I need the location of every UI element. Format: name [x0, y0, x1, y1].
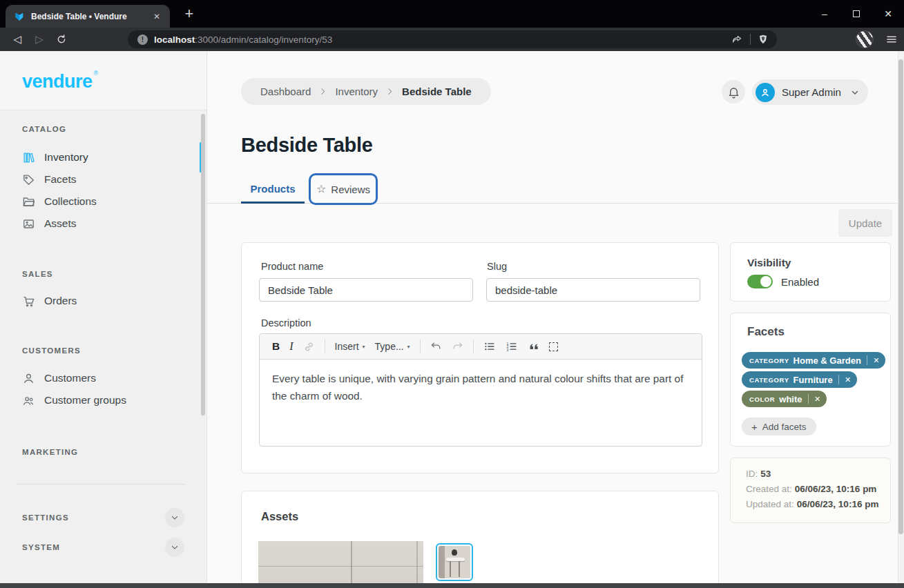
featured-asset-preview[interactable] — [258, 541, 423, 588]
share-icon[interactable] — [731, 34, 743, 46]
id-row: ID:53 — [746, 469, 878, 479]
page-scrollbar[interactable] — [898, 51, 904, 588]
enabled-toggle[interactable] — [747, 275, 773, 288]
vendure-logo: vendure® — [22, 71, 93, 92]
bullet-list-icon[interactable] — [483, 340, 496, 353]
remove-facet-icon[interactable]: ✕ — [870, 356, 883, 365]
undo-icon[interactable] — [430, 341, 442, 353]
italic-button[interactable]: I — [289, 340, 293, 353]
product-name-label: Product name — [261, 261, 323, 272]
asset-thumbnail-selected[interactable] — [436, 543, 473, 581]
section-customers: CUSTOMERS — [22, 346, 81, 355]
created-row: Created at:06/06/23, 10:16 pm — [746, 484, 878, 494]
toolbar-separator — [325, 340, 325, 353]
page-scrollbar-thumb[interactable] — [898, 59, 903, 534]
caret-icon: ▾ — [407, 344, 410, 350]
chevron-down-icon[interactable] — [165, 508, 184, 527]
browser-window: Bedside Table • Vendure ✕ + – ✕ ◁ ▷ ! lo… — [0, 0, 904, 588]
breadcrumb-current: Bedside Table — [402, 86, 472, 97]
visibility-card: Visibility Enabled — [730, 242, 891, 302]
toggle-knob — [760, 276, 771, 287]
sidebar-section-system[interactable]: SYSTEM — [0, 538, 206, 557]
main-content: Dashboard Inventory Bedside Table Super … — [207, 51, 904, 588]
chevron-down-icon[interactable] — [165, 538, 184, 557]
table-leg-detail — [459, 561, 460, 578]
raw-html-icon[interactable] — [549, 342, 558, 351]
browser-menu-icon[interactable] — [883, 31, 900, 48]
site-info-icon[interactable]: ! — [137, 35, 148, 45]
chevron-down-icon — [850, 88, 860, 97]
sidebar-item-assets[interactable]: Assets — [0, 213, 206, 234]
section-sales: SALES — [22, 270, 53, 278]
enabled-label: Enabled — [781, 276, 819, 288]
slug-input[interactable] — [486, 278, 700, 302]
brave-shield-icon[interactable] — [758, 34, 769, 45]
updated-row: Updated at:06/06/23, 10:16 pm — [746, 499, 878, 509]
people-icon — [22, 394, 35, 407]
sidebar-item-customer-groups[interactable]: Customer groups — [0, 390, 206, 411]
facet-chip-furniture: CATEGORY Furniture ✕ — [742, 371, 857, 388]
reload-button[interactable] — [51, 28, 72, 51]
link-icon[interactable] — [303, 341, 315, 353]
sidebar-item-label: Inventory — [44, 151, 88, 164]
type-dropdown[interactable]: Type...▾ — [375, 341, 410, 352]
browser-tab[interactable]: Bedside Table • Vendure ✕ — [6, 5, 170, 28]
sidebar-item-orders[interactable]: Orders — [0, 291, 206, 311]
image-icon — [22, 217, 35, 231]
remove-facet-icon[interactable]: ✕ — [811, 395, 824, 404]
assets-title: Assets — [261, 510, 298, 523]
vendure-admin-app: vendure® CATALOG Inventory Facets — [0, 51, 904, 588]
window-minimize-button[interactable]: – — [809, 0, 840, 28]
sidebar-item-collections[interactable]: Collections — [0, 191, 206, 212]
add-facets-button[interactable]: + Add facets — [742, 418, 816, 435]
sidebar-divider — [17, 484, 185, 484]
browser-tab-strip: Bedside Table • Vendure ✕ + – ✕ — [0, 0, 904, 28]
section-marketing: MARKETING — [22, 448, 78, 456]
tab-products[interactable]: Products — [241, 174, 305, 203]
bold-button[interactable]: B — [272, 340, 280, 353]
numbered-list-icon[interactable]: 123 — [506, 340, 518, 353]
breadcrumb[interactable]: Dashboard Inventory Bedside Table — [241, 78, 491, 105]
cart-icon — [22, 295, 35, 308]
sidebar-scrollbar[interactable] — [201, 114, 205, 415]
url-text: localhost:3000/admin/catalog/inventory/5… — [154, 35, 332, 45]
facet-chip-white: COLOR white ✕ — [742, 391, 827, 407]
sidebar-item-label: Orders — [44, 295, 77, 307]
description-text[interactable]: Every table is unique, with varying grai… — [260, 360, 702, 415]
editor-toolbar: B I Insert▾ Type...▾ — [260, 334, 702, 360]
user-menu[interactable]: Super Admin — [752, 79, 868, 105]
assets-card: Assets — [241, 491, 719, 588]
sidebar-item-customers[interactable]: Customers — [0, 368, 206, 389]
user-avatar-icon — [756, 83, 775, 102]
books-icon — [22, 151, 35, 164]
url-bar[interactable]: ! localhost:3000/admin/catalog/inventory… — [128, 30, 777, 48]
plus-icon: + — [751, 421, 758, 433]
blockquote-icon[interactable] — [528, 341, 539, 353]
product-name-input[interactable] — [259, 278, 473, 302]
notifications-button[interactable] — [722, 80, 745, 104]
remove-facet-icon[interactable]: ✕ — [842, 375, 854, 384]
user-name: Super Admin — [782, 86, 843, 98]
new-tab-button[interactable]: + — [180, 4, 199, 23]
insert-dropdown[interactable]: Insert▾ — [335, 341, 365, 352]
sidebar-item-facets[interactable]: Facets — [0, 169, 206, 190]
facet-chip-home-garden: CATEGORY Home & Garden ✕ — [742, 352, 885, 369]
sidebar-item-label: Customer groups — [44, 394, 126, 406]
sidebar-section-settings[interactable]: SETTINGS — [0, 508, 206, 527]
active-tab-underline — [241, 202, 305, 204]
sidebar-item-label: Assets — [44, 217, 77, 230]
sidebar-item-inventory[interactable]: Inventory — [0, 147, 206, 168]
breadcrumb-inventory[interactable]: Inventory — [335, 86, 378, 97]
tab-title: Bedside Table • Vendure — [31, 12, 151, 21]
section-catalog: CATALOG — [22, 125, 66, 133]
tab-close-icon[interactable]: ✕ — [151, 10, 163, 23]
update-button[interactable]: Update — [838, 209, 892, 237]
window-close-button[interactable]: ✕ — [872, 0, 904, 28]
breadcrumb-dashboard[interactable]: Dashboard — [260, 86, 311, 97]
back-button[interactable]: ◁ — [7, 28, 28, 51]
window-maximize-button[interactable] — [840, 0, 872, 28]
profile-avatar[interactable] — [856, 30, 874, 48]
sidebar-item-label: Customers — [44, 372, 96, 384]
tab-reviews[interactable]: ☆ Reviews — [309, 173, 378, 205]
person-icon — [22, 372, 35, 385]
